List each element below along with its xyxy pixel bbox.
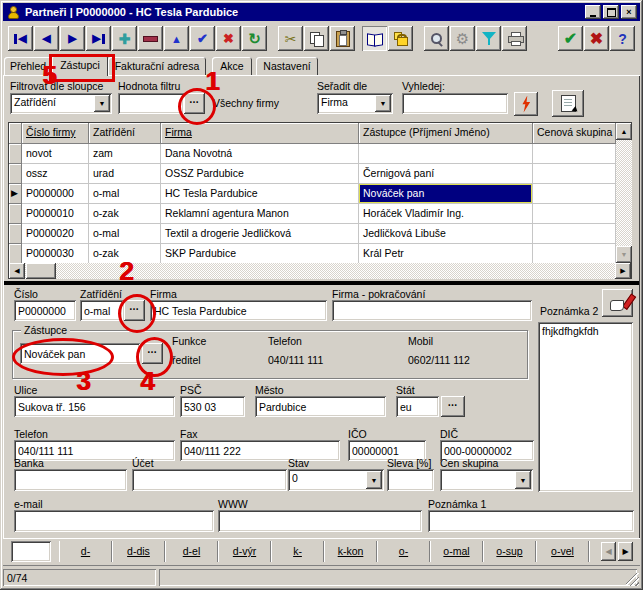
firma-pokracovani-input[interactable] (332, 300, 532, 321)
cell-zatrideni[interactable]: o-zak (89, 204, 161, 224)
cell-zastupce[interactable]: Král Petr (359, 244, 533, 264)
poznamka2-textarea[interactable]: fhjkdfhgkfdh (538, 322, 633, 492)
copy-button[interactable] (304, 26, 329, 51)
cancel-record-button[interactable]: ✖ (216, 26, 241, 51)
filter-value-ellipsis-button[interactable]: … (184, 93, 205, 114)
cell-zastupce[interactable]: Horáček Vladimír Ing. (359, 204, 533, 224)
quickbar-scroll-right-button[interactable]: ▶ (618, 542, 633, 561)
tab-nastaveni[interactable]: Nastavení (256, 57, 318, 75)
quick-filter-k-kon[interactable]: k-kon (324, 541, 377, 562)
cell-cislo[interactable]: P0000020 (22, 224, 89, 244)
table-row[interactable]: P0000020 o-mal Textil a drogerie Jedličk… (9, 224, 616, 244)
last-record-button[interactable]: ▶ (86, 26, 111, 51)
scrollbar-thumb[interactable] (26, 263, 56, 279)
help-button[interactable]: ? (610, 26, 635, 51)
column-header-cenova-skupina[interactable]: Cenová skupina (533, 123, 616, 144)
quick-filter-d-vyr[interactable]: d-výr (218, 541, 271, 562)
report-button[interactable] (552, 90, 584, 117)
resize-grip[interactable] (626, 573, 639, 586)
email-input[interactable] (14, 510, 214, 532)
tab-prehled[interactable]: Přehled (4, 57, 52, 75)
table-row[interactable]: P0000010 o-zak Reklamní agentura Manon H… (9, 204, 616, 224)
chevron-down-icon[interactable]: ▼ (366, 471, 382, 489)
sleva-input[interactable] (387, 469, 434, 491)
psc-input[interactable] (180, 396, 245, 417)
close-button[interactable]: × (621, 5, 637, 19)
cislo-input[interactable] (14, 300, 76, 321)
cell-zatrideni[interactable]: zam (89, 144, 161, 164)
zatrideni-input[interactable] (80, 300, 123, 321)
chevron-down-icon[interactable]: ▼ (375, 95, 391, 112)
quick-filter-o-vel[interactable]: o-vel (536, 541, 589, 562)
stat-input[interactable] (396, 396, 439, 417)
search-go-button[interactable] (514, 92, 538, 116)
cell-firma[interactable]: HC Tesla Pardubice (161, 184, 359, 204)
poznamka2-edit-button[interactable] (602, 289, 633, 317)
tab-fakturacni-adresa[interactable]: Fakturační adresa (108, 57, 206, 75)
stav-combo[interactable]: 0 ▼ (288, 469, 384, 491)
refresh-button[interactable]: ↻ (242, 26, 267, 51)
cell-firma[interactable]: Dana Novotná (161, 144, 359, 164)
cell-cenova-skupina[interactable] (533, 204, 616, 224)
maximize-button[interactable] (603, 5, 619, 19)
scroll-up-icon[interactable]: ▲ (616, 123, 632, 140)
cut-button[interactable]: ✂ (278, 26, 303, 51)
column-header-firma[interactable]: Firma (161, 123, 359, 144)
zatrideni-ellipsis-button[interactable]: … (124, 300, 145, 321)
column-header-zatrideni[interactable]: Zatřídění (89, 123, 161, 144)
column-header-zastupce[interactable]: Zástupce (Příjmení Jméno) (359, 123, 533, 144)
cell-zatrideni[interactable]: urad (89, 164, 161, 184)
chevron-down-icon[interactable]: ▼ (515, 471, 531, 489)
cell-zastupce-selected[interactable]: Nováček pan (359, 184, 533, 204)
firma-input[interactable] (150, 300, 327, 321)
cell-firma[interactable]: Reklamní agentura Manon (161, 204, 359, 224)
delete-record-button[interactable] (138, 26, 163, 51)
poznamka1-input[interactable] (428, 510, 634, 532)
scroll-down-icon[interactable]: ▼ (616, 246, 632, 263)
mesto-input[interactable] (255, 396, 386, 417)
cell-cislo[interactable]: ossz (22, 164, 89, 184)
next-record-button[interactable]: ▶ (60, 26, 85, 51)
lock-button[interactable] (388, 26, 413, 51)
table-row[interactable]: ossz urad OSSZ Pardubice Černigová paní (9, 164, 616, 184)
cell-zastupce[interactable]: Černigová paní (359, 164, 533, 184)
quick-filter-o[interactable]: o- (377, 541, 430, 562)
quick-search-input[interactable] (402, 93, 508, 114)
table-row[interactable]: P0000030 o-zak SKP Pardubice Král Petr (9, 244, 616, 264)
cell-zastupce[interactable]: Jedličková Libuše (359, 224, 533, 244)
tab-zastupci[interactable]: Zástupci (52, 55, 108, 76)
column-header-cislo-firmy[interactable]: Číslo firmy (22, 123, 89, 144)
cell-cenova-skupina[interactable] (533, 144, 616, 164)
cell-cislo[interactable]: P0000010 (22, 204, 89, 224)
scroll-right-icon[interactable]: ▶ (615, 263, 631, 279)
quick-filter-k[interactable]: k- (271, 541, 324, 562)
cell-firma[interactable]: Textil a drogerie Jedličková (161, 224, 359, 244)
sort-combo[interactable]: Firma ▼ (317, 93, 393, 114)
ucet-input[interactable] (132, 469, 287, 491)
quick-filter-input[interactable] (11, 541, 51, 562)
tab-akce[interactable]: Akce (212, 57, 252, 75)
cell-cislo[interactable]: novot (22, 144, 89, 164)
zastupce-ellipsis-button[interactable]: … (142, 343, 163, 364)
settings-button[interactable]: ⚙ (450, 26, 475, 51)
cell-cenova-skupina[interactable] (533, 184, 616, 204)
grid-horizontal-scrollbar[interactable]: ◀ ▶ (9, 263, 631, 279)
filter-column-combo[interactable]: Zatřídění ▼ (10, 93, 112, 114)
quick-filter-d-el[interactable]: d-el (165, 541, 218, 562)
paste-button[interactable] (330, 26, 355, 51)
filter-value-input[interactable] (118, 93, 184, 114)
discard-button[interactable]: ✖ (584, 26, 609, 51)
edit-record-button[interactable]: ▲ (164, 26, 189, 51)
post-record-button[interactable]: ✔ (190, 26, 215, 51)
confirm-button[interactable]: ✔ (558, 26, 583, 51)
cell-zastupce[interactable] (359, 144, 533, 164)
first-record-button[interactable]: ◀ (8, 26, 33, 51)
quick-filter-o-mal[interactable]: o-mal (430, 541, 483, 562)
cell-firma[interactable]: OSSZ Pardubice (161, 164, 359, 184)
grid-vertical-scrollbar[interactable]: ▲ ▼ (616, 123, 632, 263)
cell-zatrideni[interactable]: o-mal (89, 184, 161, 204)
cell-zatrideni[interactable]: o-zak (89, 244, 161, 264)
cell-cenova-skupina[interactable] (533, 244, 616, 264)
insert-record-button[interactable]: ✚ (112, 26, 137, 51)
scroll-left-icon[interactable]: ◀ (9, 263, 25, 279)
